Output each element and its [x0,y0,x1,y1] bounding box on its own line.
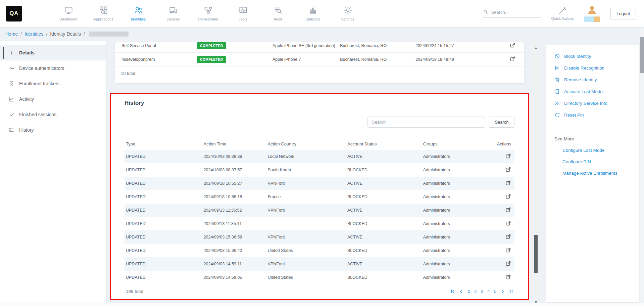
nav-item-label: Dashboard [59,17,78,21]
info-icon [9,50,14,56]
sidebar-item-enrollment-trackers[interactable]: Enrollment trackers [0,76,106,91]
open-history-record-button[interactable] [505,180,514,187]
open-history-record-button[interactable] [505,234,514,241]
nav-item-label: Devices [166,17,180,21]
key-icon [9,65,14,71]
history-type: UPDATED [125,208,203,213]
nav-item-tools[interactable]: Tools [233,6,253,21]
action-block-identity[interactable]: Block Identity [554,50,634,62]
prev-page-button[interactable] [459,289,463,294]
open-history-record-button[interactable] [505,261,514,267]
page-number-1[interactable]: 1 [467,289,470,294]
devices-icon [169,6,178,15]
nav-item-audit[interactable]: Audit [267,6,288,21]
user-menu[interactable] [584,5,600,22]
nav-item-statistics[interactable]: Statistics [302,6,323,21]
nav-item-devices[interactable]: Devices [163,6,184,21]
history-column-action-country: Action Country [267,141,347,146]
main-scrollbar[interactable] [534,41,538,306]
history-action-country: South Korea [267,168,347,172]
sessions-rows: Self Service Portal COMPLETED Apple iPho… [115,42,524,67]
next-page-button[interactable] [500,289,505,294]
open-history-record-button[interactable] [505,220,514,227]
logout-button[interactable]: Logout [610,8,636,19]
sidebar-item-details[interactable]: Details [0,45,106,60]
action-reset-pin[interactable]: Reset Pin [554,109,634,121]
open-history-record-button[interactable] [505,247,514,254]
app-logo[interactable]: QA [6,6,22,21]
breadcrumb: Home/Identities/Identity Details/ [0,27,644,41]
history-type: UPDATED [125,181,203,186]
open-history-record-button[interactable] [505,193,514,200]
directory-users-icon [554,100,560,106]
open-history-record-button[interactable] [505,274,514,281]
first-page-button[interactable] [451,289,455,294]
see-more-configure-lost-mode[interactable]: Configure Lost Mode [562,148,634,153]
history-search-button[interactable]: Search [489,117,514,128]
open-session-button[interactable] [510,56,518,63]
nav-item-identities[interactable]: Identities [128,6,149,21]
sidebar-item-label: Details [19,50,35,55]
see-more-manage-active-enrollments[interactable]: Manage Active Enrollments [562,171,634,176]
history-search-input[interactable] [367,117,485,128]
history-type: UPDATED [125,235,203,239]
page-number-2[interactable]: 2 [474,289,477,294]
history-type: UPDATED [125,262,203,266]
history-groups: Administrators [423,208,496,213]
action-activate-lost-mode[interactable]: Activate Lost Mode [554,86,634,97]
history-action-country: United States [267,248,347,253]
page-number-5[interactable]: 5 [494,289,496,294]
page-number-3[interactable]: 3 [481,289,483,294]
open-history-record-button[interactable] [505,167,514,173]
history-groups: Administrators [423,275,496,280]
open-history-record-button[interactable] [505,153,514,160]
open-record-icon [510,56,515,62]
phone-lost-icon [554,89,560,94]
open-history-record-button[interactable] [505,207,514,214]
history-row: UPDATED 2024/09/03 14:59:05 United State… [125,271,514,284]
session-location: Bucharest, Romania, RO [339,57,415,62]
history-action-country: VPNForti [267,208,347,213]
nav-item-applications[interactable]: Applications [93,6,114,21]
last-page-button[interactable] [509,289,513,294]
scroll-up-arrow-icon[interactable] [535,47,537,49]
history-type: UPDATED [125,168,203,172]
history-action-country: Local Network [267,154,347,159]
open-session-button[interactable] [510,42,518,49]
nav-item-dashboard[interactable]: Dashboard [58,6,79,21]
action-disable-recognition[interactable]: Disable Recognition [554,62,634,74]
nav-item-orchestrator[interactable]: Orchestrator [198,6,218,21]
action-directory-service-info[interactable]: Directory Service Info [554,97,634,109]
open-record-icon [505,180,511,186]
history-account-status: BLOCKED [347,248,423,253]
global-search-input[interactable] [491,10,536,15]
sidebar-item-activity[interactable]: Activity [0,91,106,107]
sidebar-item-history[interactable]: History [0,122,106,138]
sidebar-item-device-authenticators[interactable]: Device authenticators [0,60,106,76]
page-scrollbar-thumb[interactable] [640,37,644,73]
history-row: UPDATED 2024/09/13 11:35:41 BLOCKED Admi… [125,217,514,230]
see-more-label: See More [554,136,634,141]
history-action-country: VPNForti [267,181,347,186]
status-badge: COMPLETED [197,56,226,63]
action-remove-identity[interactable]: Remove Identity [554,74,634,86]
history-type: UPDATED [125,221,203,226]
nav-item-settings[interactable]: Settings [337,6,358,21]
history-account-status: ACTIVE [347,154,423,159]
page-number-4[interactable]: 4 [487,289,490,294]
history-account-status: ACTIVE [347,208,423,213]
history-row: UPDATED 2024/09/18 10:55:18 France BLOCK… [125,190,514,204]
breadcrumb-item-identities[interactable]: Identities [24,31,43,37]
page-scrollbar[interactable] [640,29,644,306]
last-page-icon [509,289,513,294]
top-search[interactable] [483,9,541,17]
breadcrumb-item-home[interactable]: Home [5,31,18,37]
main-scrollbar-thumb[interactable] [534,235,538,273]
quick-actions-button[interactable]: Quick Actions [551,6,574,20]
see-more-configure-pin[interactable]: Configure PIN [562,159,634,164]
sidebar-item-finished-sessions[interactable]: Finished sessions [0,107,106,122]
history-total: 198 total [126,289,143,294]
flag-badge[interactable] [584,16,600,22]
open-record-icon [505,247,511,253]
history-column-actions: Actions [496,141,514,146]
